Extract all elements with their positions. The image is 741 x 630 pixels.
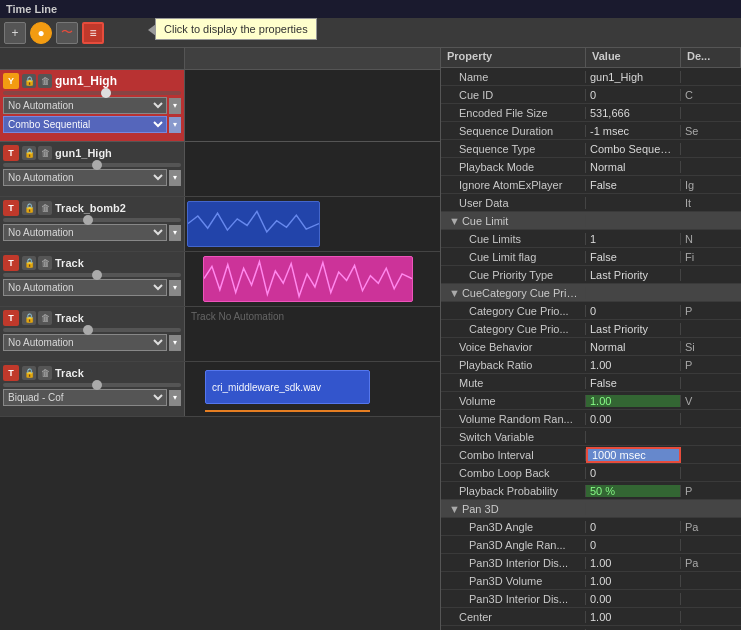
add-button[interactable]: + [4,22,26,44]
track-4-type-icon: T [3,255,19,271]
track-2-controls: T 🔒 🗑 gun1_High No A [0,142,185,196]
prop-name: Name [441,71,586,83]
track-2-type-icon: T [3,145,19,161]
prop-name: Pan3D Interior Dis... [441,593,586,605]
wave-button[interactable]: 〜 [56,22,78,44]
prop-desc: Si [681,341,741,353]
waveform-svg-4 [204,257,412,301]
prop-row: Playback Ratio1.00P [441,356,741,374]
prop-value: 1.00 [586,557,681,569]
prop-value[interactable]: 1000 msec [586,447,681,463]
track-1-combo-select[interactable]: Combo Sequential [3,116,167,133]
prop-desc: P [681,305,741,317]
track-1-controls: Y 🔒 🗑 gun1_High No A [0,70,185,141]
prop-name: Switch Variable [441,431,586,443]
track-3-icon-b[interactable]: 🗑 [38,201,52,215]
prop-name: ▼Pan 3D [441,503,586,515]
prop-row: Pan3D Angle0Pa [441,518,741,536]
track-6-type-icon: T [3,365,19,381]
track-5-icons: 🔒 🗑 [22,311,52,325]
track-6-icon-b[interactable]: 🗑 [38,366,52,380]
track-5-content: Track No Automation [185,307,440,361]
prop-name: Ignore AtomExPlayer [441,179,586,191]
track-3-icon-a[interactable]: 🔒 [22,201,36,215]
prop-value: False [586,377,681,389]
prop-desc: Pa [681,521,741,533]
prop-name: Pan3D Interior Dis... [441,557,586,569]
track-4-icon-a[interactable]: 🔒 [22,256,36,270]
track-6-volume-slider[interactable] [3,383,181,387]
prop-row: Encoded File Size531,666 [441,104,741,122]
circle-button[interactable]: ● [30,22,52,44]
prop-desc: N [681,233,741,245]
prop-row: MuteFalse [441,374,741,392]
prop-desc: C [681,89,741,101]
prop-row: User DataIt [441,194,741,212]
track-6-automation-row: Biquad - Cof ▾ [3,389,181,406]
prop-row: Namegun1_High [441,68,741,86]
prop-row: Ignore AtomExPlayerFalseIg [441,176,741,194]
track-1-auto-arrow[interactable]: ▾ [169,98,181,114]
track-4-volume-slider[interactable] [3,273,181,277]
prop-value: 1.00 [586,395,681,407]
track-6-icon-a[interactable]: 🔒 [22,366,36,380]
track-5-automation-select[interactable]: No Automation [3,334,167,351]
prop-table: Namegun1_HighCue ID0CEncoded File Size53… [441,68,741,630]
track-5-auto-arrow[interactable]: ▾ [169,335,181,351]
track-6-volume-thumb[interactable] [92,380,102,390]
track-1-icon-a[interactable]: 🔒 [22,74,36,88]
title-bar: Time Line [0,0,741,18]
track-2-icon-a[interactable]: 🔒 [22,146,36,160]
track-5-volume-slider[interactable] [3,328,181,332]
track-1-volume-slider[interactable] [3,91,181,95]
track-1-volume-row [3,91,181,95]
track-5-icon-b[interactable]: 🗑 [38,311,52,325]
track-row: T 🔒 🗑 Track No Autom [0,252,440,307]
prop-value: False [586,179,681,191]
track-3-automation-select[interactable]: No Automation [3,224,167,241]
track-6-label: cri_middleware_sdk.wav [212,382,321,393]
prop-value: 0 [586,539,681,551]
track-5-icon-a[interactable]: 🔒 [22,311,36,325]
track-1-icon-b[interactable]: 🗑 [38,74,52,88]
track-4-automation-select[interactable]: No Automation [3,279,167,296]
prop-header-desc: De... [681,48,741,67]
track-2-automation-select[interactable]: No Automation [3,169,167,186]
track-4-volume-thumb[interactable] [92,270,102,280]
prop-value: 1.00 [586,611,681,623]
track-2-volume-thumb[interactable] [92,160,102,170]
prop-row: Pan3D Interior Dis...0.00 [441,590,741,608]
title-text: Time Line [6,3,57,15]
track-4-icon-b[interactable]: 🗑 [38,256,52,270]
track-1-volume-thumb[interactable] [101,88,111,98]
track-6-name: Track [55,367,181,379]
section-toggle-icon: ▼ [449,503,460,515]
track-3-icons: 🔒 🗑 [22,201,52,215]
track-row: T 🔒 🗑 gun1_High No A [0,142,440,197]
track-1-combo-arrow[interactable]: ▾ [169,117,181,133]
track-6-icons: 🔒 🗑 [22,366,52,380]
prop-value: gun1_High [586,71,681,83]
track-4-auto-arrow[interactable]: ▾ [169,280,181,296]
track-3-auto-arrow[interactable]: ▾ [169,225,181,241]
prop-name: Volume [441,395,586,407]
track-6-header: T 🔒 🗑 Track [3,365,181,381]
track-6-automation-select[interactable]: Biquad - Cof [3,389,167,406]
track-2-auto-arrow[interactable]: ▾ [169,170,181,186]
track-row: Y 🔒 🗑 gun1_High No A [0,70,440,142]
track-6-auto-arrow[interactable]: ▾ [169,390,181,406]
prop-desc: Se [681,125,741,137]
prop-header-property: Property [441,48,586,67]
track-6-volume-row [3,383,181,387]
track-2-content [185,142,440,196]
prop-name: ▼CueCategory Cue Prio... [441,287,586,299]
track-2-icon-b[interactable]: 🗑 [38,146,52,160]
track-2-volume-slider[interactable] [3,163,181,167]
prop-row: Volume1.00V [441,392,741,410]
prop-row: Pan3D Interior Dis...1.00Pa [441,554,741,572]
track-3-volume-slider[interactable] [3,218,181,222]
list-button[interactable]: ≡ [82,22,104,44]
track-1-automation-select[interactable]: No Automation [3,97,167,114]
prop-value: 531,666 [586,107,681,119]
prop-value: 0 [586,89,681,101]
